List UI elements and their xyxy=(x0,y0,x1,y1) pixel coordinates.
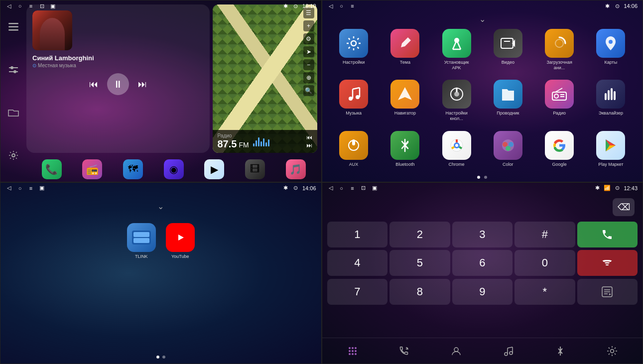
home-icon[interactable]: ○ xyxy=(16,2,23,9)
key-5[interactable]: 5 xyxy=(389,250,450,276)
app-item-play[interactable]: Play Маркет xyxy=(587,131,635,173)
app-item-radio[interactable]: Радио xyxy=(536,80,583,126)
key-0[interactable]: 0 xyxy=(514,250,575,276)
app-item-loader[interactable]: Загрузочная ани... xyxy=(536,29,583,76)
nav-icon xyxy=(390,80,419,109)
map-navigate-btn[interactable]: ➤ xyxy=(303,46,314,57)
dialer-tab-keypad[interactable] xyxy=(327,340,378,362)
key-4[interactable]: 4 xyxy=(327,250,388,276)
music-icon xyxy=(339,80,368,109)
key-contact[interactable] xyxy=(577,279,638,305)
app-item-chrome[interactable]: Chrome xyxy=(433,131,480,173)
q3-dot-2[interactable] xyxy=(162,356,165,359)
svg-rect-0 xyxy=(8,23,18,24)
key-hash[interactable]: # xyxy=(514,222,575,247)
maps-icon xyxy=(596,29,625,58)
dock-video[interactable]: 🎞 xyxy=(245,159,265,179)
dialer-tab-bluetooth[interactable] xyxy=(535,340,586,362)
back-icon-q4[interactable]: ◁ xyxy=(327,185,334,192)
dialer-tab-contacts[interactable] xyxy=(431,340,482,362)
key-star[interactable]: * xyxy=(514,279,575,305)
key-call[interactable] xyxy=(577,222,638,247)
q2-content: ⌄ Настройки Тема Установщик APK Видео За… xyxy=(322,12,643,182)
app-item-music[interactable]: Музыка xyxy=(330,80,378,126)
map-search-btn[interactable]: 🔍 xyxy=(303,85,314,96)
map-zoom-out-btn[interactable]: − xyxy=(303,59,314,70)
app-item-google[interactable]: Google xyxy=(536,131,583,173)
key-1[interactable]: 1 xyxy=(327,222,388,247)
menu-icon[interactable]: ≡ xyxy=(27,2,34,9)
sidebar-menu-icon[interactable] xyxy=(5,19,21,35)
dock-map[interactable]: 🗺 xyxy=(123,159,143,179)
status-time-q3: 14:06 xyxy=(302,185,316,191)
back-icon-q2[interactable]: ◁ xyxy=(327,2,334,9)
next-btn[interactable]: ⏭ xyxy=(138,79,147,90)
key-end[interactable] xyxy=(577,250,638,276)
svg-point-76 xyxy=(610,349,614,353)
dock-music[interactable]: 🎵 xyxy=(286,159,306,179)
sidebar-eq-icon[interactable] xyxy=(5,62,21,78)
back-icon[interactable]: ◁ xyxy=(5,2,12,9)
q3-dot-1[interactable] xyxy=(156,356,159,359)
status-right-info-q2: ✱ ⊙ 14:06 xyxy=(604,2,638,9)
app-item-eq[interactable]: Эквалайзер xyxy=(587,80,635,126)
dock-store[interactable]: ▶ xyxy=(204,159,224,179)
dock-radio[interactable]: 📻 xyxy=(82,159,102,179)
sidebar-folder-icon[interactable] xyxy=(5,105,21,121)
menu-icon-q3[interactable]: ≡ xyxy=(27,185,34,192)
radio-next-btn[interactable]: ⏭ xyxy=(306,142,312,149)
key-3[interactable]: 3 xyxy=(452,222,513,247)
home-icon-q3[interactable]: ○ xyxy=(16,185,23,192)
app-item-nav[interactable]: Навигатор xyxy=(382,80,429,126)
dock-phone[interactable]: 📞 xyxy=(42,159,62,179)
pause-btn[interactable]: ⏸ xyxy=(107,73,129,95)
app-item-bluetooth[interactable]: Bluetooth xyxy=(382,131,429,173)
key-6[interactable]: 6 xyxy=(452,250,513,276)
radio-fm: FM xyxy=(239,141,249,149)
svg-point-62 xyxy=(352,347,354,349)
back-icon-q3[interactable]: ◁ xyxy=(5,185,12,192)
app-item-apk[interactable]: Установщик APK xyxy=(433,29,480,76)
map-compass-btn[interactable]: ⊕ xyxy=(303,72,314,83)
color-icon xyxy=(494,131,522,160)
dock-circle[interactable]: ◉ xyxy=(164,159,184,179)
key-9[interactable]: 9 xyxy=(452,279,513,305)
sidebar-settings-icon[interactable] xyxy=(5,147,21,163)
map-settings-btn[interactable]: ⚙ xyxy=(303,33,314,44)
key-2[interactable]: 2 xyxy=(389,222,450,247)
app-item-youtube[interactable]: YouTube xyxy=(166,223,195,259)
svg-point-17 xyxy=(609,40,613,44)
q3-page-dots xyxy=(156,356,165,359)
app-item-settings[interactable]: Настройки xyxy=(330,29,378,76)
svg-point-46 xyxy=(509,142,514,147)
dot-2[interactable] xyxy=(484,176,487,179)
status-time-q2: 14:06 xyxy=(624,3,638,9)
chevron-down-icon-q3[interactable]: ⌄ xyxy=(157,202,164,211)
app-item-maps[interactable]: Карты xyxy=(587,29,635,76)
radio-prev-btn[interactable]: ⏮ xyxy=(306,134,312,141)
home-icon-q4[interactable]: ○ xyxy=(338,185,345,192)
menu-icon-q2[interactable]: ≡ xyxy=(349,2,356,9)
app-item-tlink[interactable]: TLINK xyxy=(127,223,156,259)
maps-label: Карты xyxy=(605,60,618,65)
app-item-knob[interactable]: Настройки кнол... xyxy=(433,80,480,126)
map-zoom-in-btn[interactable]: + xyxy=(303,20,314,31)
app-item-color[interactable]: Color xyxy=(484,131,531,173)
app-item-files[interactable]: Проводник xyxy=(484,80,531,126)
chevron-down-icon[interactable]: ⌄ xyxy=(479,14,486,24)
key-7[interactable]: 7 xyxy=(327,279,388,305)
app-item-theme[interactable]: Тема xyxy=(382,29,429,76)
prev-btn[interactable]: ⏮ xyxy=(89,79,98,90)
dialer-tab-music[interactable] xyxy=(483,340,533,362)
key-8[interactable]: 8 xyxy=(389,279,450,305)
app-item-aux[interactable]: AUX xyxy=(330,131,378,173)
dialer-tab-calls[interactable] xyxy=(379,340,430,362)
menu-icon-q4[interactable]: ≡ xyxy=(349,185,356,192)
app-item-video[interactable]: Видео xyxy=(484,29,531,76)
home-icon-q2[interactable]: ○ xyxy=(338,2,345,9)
svg-point-8 xyxy=(351,41,356,46)
dialer-tab-settings[interactable] xyxy=(587,340,638,362)
dot-1[interactable] xyxy=(477,176,480,179)
backspace-btn[interactable]: ⌫ xyxy=(613,198,635,216)
apk-icon xyxy=(442,29,471,58)
